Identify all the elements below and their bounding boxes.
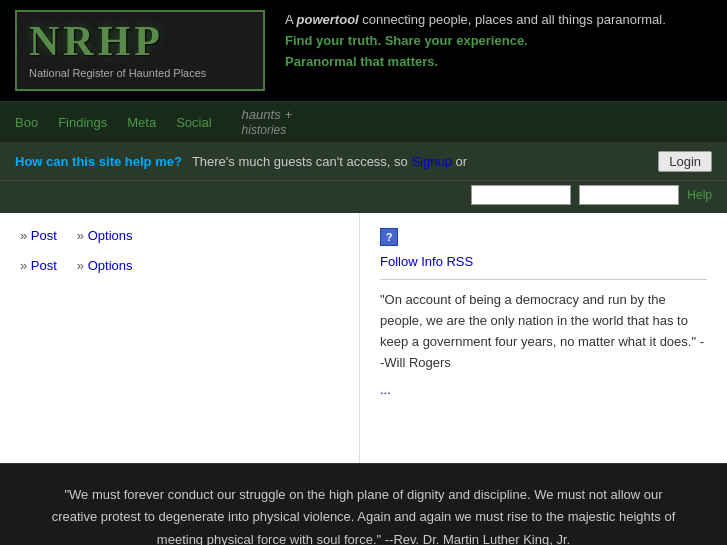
para-text: Paranormal that matters. (285, 54, 438, 69)
haunts-plus: + (285, 107, 293, 122)
main-content: Post Options Post Options ? Follow Info … (0, 213, 727, 463)
haunts-label: haunts (242, 107, 281, 122)
follow-rss-link[interactable]: Follow Info RSS (380, 254, 707, 269)
nav-social[interactable]: Social (176, 115, 211, 130)
logo-subtitle: National Register of Haunted Places (29, 66, 251, 81)
divider (380, 279, 707, 280)
quote-text: "On account of being a democracy and run… (380, 290, 707, 373)
header-tagline: A powertool connecting people, places an… (275, 10, 712, 72)
post-link-1[interactable]: Post (20, 228, 57, 243)
search-row: Help (0, 181, 727, 213)
footer-quote-text: "We must forever conduct our struggle on… (52, 487, 676, 545)
login-message: There's much guests can't access, so Sig… (192, 154, 648, 169)
nav-meta[interactable]: Meta (127, 115, 156, 130)
info-icon[interactable]: ? (380, 228, 398, 246)
footer-quote: "We must forever conduct our struggle on… (0, 463, 727, 545)
header: NRHP National Register of Haunted Places… (0, 0, 727, 102)
right-panel: ? Follow Info RSS "On account of being a… (360, 213, 727, 463)
search-input-2[interactable] (579, 185, 679, 205)
login-button[interactable]: Login (658, 151, 712, 172)
logo-nrhp: NRHP (29, 20, 251, 62)
nav-boo[interactable]: Boo (15, 115, 38, 130)
post-link-2[interactable]: Post (20, 258, 57, 273)
haunts-group: haunts + histories (242, 107, 293, 137)
options-link-2[interactable]: Options (77, 258, 133, 273)
logo-area: NRHP National Register of Haunted Places (15, 10, 275, 91)
post-row-1: Post Options (20, 228, 339, 243)
signup-link[interactable]: Signup (411, 154, 451, 169)
left-panel: Post Options Post Options (0, 213, 360, 463)
quote-dots[interactable]: ... (380, 382, 391, 397)
haunts-row: haunts + (242, 107, 293, 122)
search-input-1[interactable] (471, 185, 571, 205)
post-row-2: Post Options (20, 258, 339, 273)
nav-findings[interactable]: Findings (58, 115, 107, 130)
help-text[interactable]: Help (687, 188, 712, 202)
nav-main: Boo Findings Meta Social haunts + histor… (15, 107, 292, 137)
histories-label: histories (242, 123, 287, 137)
logo-box: NRHP National Register of Haunted Places (15, 10, 265, 91)
powertool-text: powertool (297, 12, 359, 27)
navbar: Boo Findings Meta Social haunts + histor… (0, 102, 727, 143)
find-truth-text: Find your truth. Share your experience. (285, 33, 528, 48)
options-link-1[interactable]: Options (77, 228, 133, 243)
login-bar: How can this site help me? There's much … (0, 143, 727, 181)
help-question-link[interactable]: How can this site help me? (15, 154, 182, 169)
